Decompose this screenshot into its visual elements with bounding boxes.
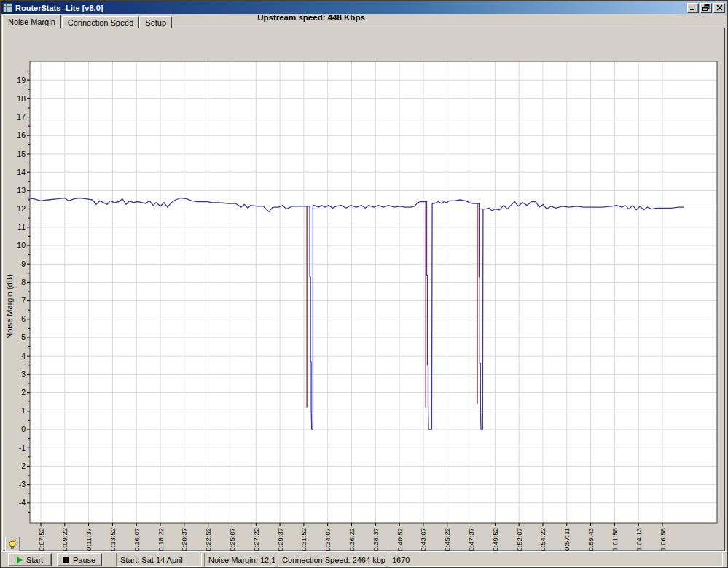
svg-text:20:27:22: 20:27:22	[252, 528, 260, 553]
svg-text:20:20:37: 20:20:37	[180, 528, 188, 553]
svg-text:5: 5	[21, 332, 26, 341]
start-button[interactable]: Start	[8, 553, 52, 567]
svg-text:15: 15	[17, 149, 26, 158]
routerstats-window: RouterStats -Lite [v8.0] Noise Margin Co…	[0, 0, 728, 568]
status-sample-counter: 1670	[388, 553, 723, 567]
svg-text:20:59:43: 20:59:43	[587, 528, 595, 553]
svg-text:20:31:52: 20:31:52	[300, 528, 308, 553]
svg-text:17: 17	[17, 112, 26, 121]
tab-strip: Noise Margin Connection Speed Setup Upst…	[2, 14, 726, 28]
svg-text:21:06:58: 21:06:58	[659, 528, 667, 553]
close-button[interactable]	[713, 3, 725, 13]
svg-text:20:13:52: 20:13:52	[109, 528, 117, 553]
svg-text:20:54:22: 20:54:22	[539, 528, 547, 553]
svg-text:-2: -2	[19, 462, 26, 470]
window-title: RouterStats -Lite [v8.0]	[15, 4, 686, 12]
svg-text:19: 19	[17, 76, 26, 85]
svg-text:11: 11	[17, 222, 26, 231]
svg-text:20:16:07: 20:16:07	[133, 528, 141, 553]
noise-margin-chart: 191817161514131211109876543210-1-2-3-420…	[1, 28, 728, 553]
svg-text:21:01:58: 21:01:58	[611, 528, 619, 553]
svg-text:20:07:52: 20:07:52	[37, 528, 45, 553]
svg-text:4: 4	[21, 351, 26, 360]
svg-text:20:18:22: 20:18:22	[157, 528, 165, 553]
svg-text:20:38:37: 20:38:37	[372, 528, 380, 553]
app-icon	[3, 3, 12, 12]
pause-button-label: Pause	[73, 556, 95, 564]
svg-text:20:36:22: 20:36:22	[348, 528, 356, 553]
start-button-label: Start	[26, 556, 43, 564]
status-start-date: Start: Sat 14 April	[116, 553, 202, 567]
status-bar: Start Pause Start: Sat 14 April Noise Ma…	[1, 551, 727, 567]
svg-text:6: 6	[21, 314, 26, 323]
svg-text:3: 3	[21, 370, 26, 378]
svg-text:20:29:37: 20:29:37	[276, 528, 284, 553]
svg-text:-1: -1	[19, 443, 26, 452]
svg-text:14: 14	[17, 168, 26, 176]
tab-noise-margin[interactable]: Noise Margin	[2, 14, 61, 28]
svg-text:20:40:52: 20:40:52	[396, 528, 404, 553]
lightbulb-icon	[8, 539, 18, 550]
play-icon	[17, 556, 23, 564]
x-axis: 20:07:5220:09:2220:11:3720:13:5220:16:07…	[37, 523, 667, 553]
svg-text:20:43:07: 20:43:07	[419, 528, 427, 553]
svg-text:10: 10	[17, 241, 26, 249]
svg-text:20:11:37: 20:11:37	[85, 528, 93, 553]
title-bar: RouterStats -Lite [v8.0]	[1, 1, 727, 14]
upstream-speed-label: Upstream speed: 448 Kbps	[257, 13, 365, 22]
svg-text:20:49:52: 20:49:52	[491, 528, 499, 553]
status-connection-speed: Connection Speed: 2464 kbps	[278, 553, 385, 567]
pause-icon	[63, 557, 69, 563]
y-axis-title: Noise Margin (dB)	[5, 274, 14, 339]
svg-text:7: 7	[21, 296, 26, 305]
y-axis: 191817161514131211109876543210-1-2-3-4	[17, 71, 30, 513]
svg-text:18: 18	[17, 94, 26, 103]
svg-text:20:25:07: 20:25:07	[228, 528, 236, 553]
svg-text:20:57:11: 20:57:11	[563, 528, 571, 553]
svg-text:12: 12	[17, 204, 26, 213]
svg-text:-3: -3	[19, 480, 26, 489]
minimize-button[interactable]	[687, 3, 699, 13]
status-noise-margin: Noise Margin: 12.1 dB	[204, 553, 275, 567]
tab-setup[interactable]: Setup	[139, 16, 172, 28]
plot-area	[30, 61, 717, 523]
transport-controls: Start Pause	[4, 553, 114, 567]
svg-text:20:45:22: 20:45:22	[443, 528, 451, 553]
svg-text:20:47:37: 20:47:37	[467, 528, 475, 553]
svg-text:1: 1	[21, 406, 26, 415]
svg-text:20:52:07: 20:52:07	[515, 528, 523, 553]
pause-button[interactable]: Pause	[57, 553, 102, 567]
tab-connection-speed[interactable]: Connection Speed	[62, 16, 140, 28]
svg-text:-4: -4	[19, 498, 26, 507]
svg-text:8: 8	[21, 278, 26, 287]
svg-text:20:09:22: 20:09:22	[60, 528, 69, 553]
restore-button[interactable]	[700, 3, 712, 13]
svg-text:16: 16	[17, 131, 26, 139]
svg-text:0: 0	[21, 424, 26, 433]
svg-text:9: 9	[21, 260, 26, 268]
svg-text:2: 2	[21, 388, 26, 397]
svg-text:13: 13	[17, 186, 26, 195]
svg-text:20:22:52: 20:22:52	[204, 528, 212, 553]
svg-text:20:34:07: 20:34:07	[324, 528, 332, 553]
tip-button[interactable]	[5, 537, 20, 552]
svg-text:21:04:13: 21:04:13	[635, 528, 643, 553]
